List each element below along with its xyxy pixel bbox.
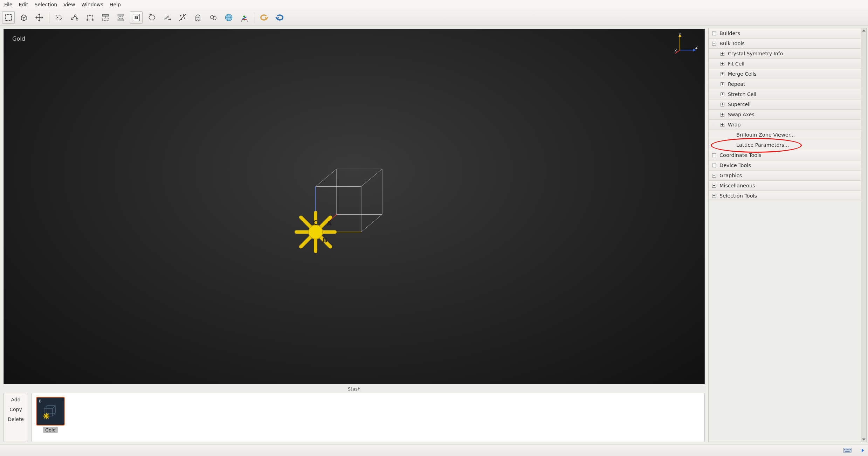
section-miscellaneous[interactable]: + Miscellaneous [709,181,861,191]
surface-top-button[interactable] [99,11,112,24]
svg-rect-11 [118,19,124,21]
tag-button[interactable] [53,11,66,24]
section-graphics[interactable]: + Graphics [709,171,861,181]
item-label: Brillouin Zone Viewer... [736,132,795,138]
svg-rect-51 [846,449,846,449]
collapse-icon[interactable]: − [712,42,716,46]
keyboard-icon[interactable] [843,447,852,454]
section-coordinate-tools[interactable]: + Coordinate Tools [709,150,861,160]
section-label: Builders [719,30,740,36]
hex-pair-button[interactable] [207,11,220,24]
side-panel-scrollbar[interactable] [861,28,866,442]
stash-copy-button[interactable]: Copy [9,407,22,412]
menu-edit[interactable]: Edit [19,2,28,7]
sub-crystal-symmetry-info[interactable]: + Crystal Symmetry Info [709,49,861,59]
toolbar-separator [254,12,254,23]
menu-windows[interactable]: Windows [81,2,103,7]
side-panel-container: + Builders − Bulk Tools + Crystal Symmet… [707,26,868,444]
svg-point-1 [57,17,58,18]
expand-icon[interactable]: + [721,92,724,96]
svg-rect-55 [845,451,850,451]
sub-supercell[interactable]: + Supercell [709,99,861,110]
item-label: Stretch Cell [728,91,756,97]
svg-rect-8 [102,14,109,16]
viewport-3d[interactable]: Gold Y Z X [4,29,705,384]
sub-wrap[interactable]: + Wrap [709,120,861,130]
expand-icon[interactable]: + [721,82,724,86]
move-button[interactable] [33,11,46,24]
axis-rotate-button[interactable]: zx [238,11,250,24]
sub-swap-axes[interactable]: + Swap Axes [709,110,861,120]
expand-icon[interactable]: + [712,184,716,188]
globe-blue-button[interactable] [222,11,235,24]
section-label: Selection Tools [719,193,757,199]
expand-icon[interactable]: + [721,52,724,56]
svg-text:+: + [149,13,152,16]
svg-point-4 [76,18,78,20]
section-label: Coordinate Tools [719,152,762,158]
undo-button[interactable] [258,11,270,24]
svg-point-41 [309,225,323,239]
wedge-arrow-button[interactable] [161,11,173,24]
sub-repeat[interactable]: + Repeat [709,79,861,89]
stash-item[interactable]: B [35,397,66,433]
sub-stretch-cell[interactable]: + Stretch Cell [709,89,861,99]
section-selection-tools[interactable]: + Selection Tools [709,191,861,201]
section-builders[interactable]: + Builders [709,28,861,39]
expand-icon[interactable]: + [712,164,716,167]
bond-graph-button[interactable] [68,11,81,24]
item-label: Repeat [728,81,745,87]
svg-rect-53 [848,449,849,449]
expand-icon[interactable]: + [721,103,724,106]
expand-icon[interactable]: + [721,113,724,117]
sub-fit-cell[interactable]: + Fit Cell [709,59,861,69]
stash-buttons: Add Copy Delete [4,393,28,442]
svg-rect-50 [844,449,845,449]
svg-text:x: x [247,20,249,22]
svg-point-17 [180,15,181,16]
crop-bounds-button[interactable] [84,11,96,24]
svg-text:X: X [674,49,677,53]
expand-icon[interactable]: + [721,72,724,76]
select-rect-button[interactable] [2,11,15,24]
menu-selection[interactable]: Selection [35,2,57,7]
stash-title: Stash [4,386,705,392]
svg-text:C: C [313,219,317,226]
section-device-tools[interactable]: + Device Tools [709,160,861,171]
stash-add-button[interactable]: Add [11,397,20,402]
forward-arrow-icon[interactable] [855,447,864,454]
expand-icon[interactable]: + [721,123,724,127]
scatter-tool-button[interactable] [176,11,189,24]
leaf-lattice-parameters[interactable]: + Lattice Parameters... [709,140,861,150]
menu-view[interactable]: View [63,2,75,7]
section-bulk-tools[interactable]: − Bulk Tools [709,39,861,49]
svg-rect-7 [92,19,94,21]
ghost-button[interactable] [192,11,204,24]
redo-button[interactable] [273,11,286,24]
svg-rect-54 [850,449,850,449]
hex-plus-button[interactable]: + [145,11,158,24]
stash-thumbnail[interactable]: B [36,397,65,426]
stash-panel: Add Copy Delete B [4,393,705,442]
stash-canvas[interactable]: B [32,393,705,442]
item-label: Wrap [728,122,740,127]
surface-both-button[interactable] [115,11,127,24]
expand-icon[interactable]: + [721,62,724,66]
svg-text:A: A [327,220,332,227]
expand-icon[interactable]: + [712,194,716,198]
expand-icon[interactable]: + [712,174,716,178]
expand-icon[interactable]: + [712,153,716,157]
periodic-si-button[interactable]: Si14 [130,11,143,24]
stash-delete-button[interactable]: Delete [8,416,24,422]
leaf-brillouin-zone-viewer[interactable]: + Brillouin Zone Viewer... [709,130,861,140]
svg-text:Y: Y [678,33,681,37]
section-label: Device Tools [719,163,751,168]
section-label: Bulk Tools [719,41,745,46]
expand-icon[interactable]: + [712,32,716,35]
menu-help[interactable]: Help [110,2,121,7]
menu-file[interactable]: File [4,2,12,7]
svg-rect-52 [847,449,848,449]
cube-button[interactable] [18,11,30,24]
sub-merge-cells[interactable]: + Merge Cells [709,69,861,79]
svg-rect-6 [87,19,88,21]
